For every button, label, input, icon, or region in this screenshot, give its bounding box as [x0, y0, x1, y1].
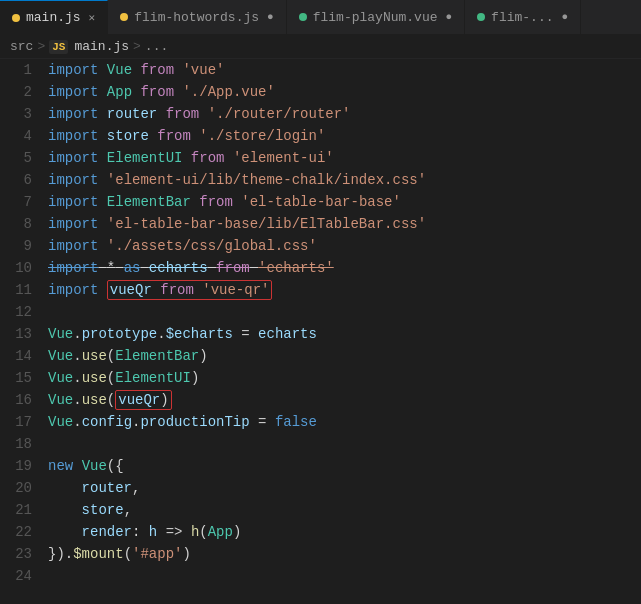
tab-main-js[interactable]: main.js ✕ [0, 0, 108, 34]
line-number: 11 [0, 279, 48, 301]
code-line: 1import Vue from 'vue' [0, 59, 641, 81]
line-number: 9 [0, 235, 48, 257]
code-line: 2import App from './App.vue' [0, 81, 641, 103]
line-content[interactable]: render: h => h(App) [48, 521, 641, 543]
code-editor: 1import Vue from 'vue'2import App from '… [0, 59, 641, 587]
line-content[interactable]: import router from './router/router' [48, 103, 641, 125]
tab-dot-flim [477, 13, 485, 21]
line-content[interactable]: Vue.config.productionTip = false [48, 411, 641, 433]
code-line: 23}).$mount('#app') [0, 543, 641, 565]
code-line: 15Vue.use(ElementUI) [0, 367, 641, 389]
line-number: 15 [0, 367, 48, 389]
line-content[interactable]: import store from './store/login' [48, 125, 641, 147]
code-line: 17Vue.config.productionTip = false [0, 411, 641, 433]
line-content[interactable]: Vue.prototype.$echarts = echarts [48, 323, 641, 345]
close-icon-hotwords[interactable]: ● [267, 11, 274, 23]
tab-label-hotwords: flim-hotwords.js [134, 10, 259, 25]
code-line: 4import store from './store/login' [0, 125, 641, 147]
tab-bar: main.js ✕ flim-hotwords.js ● flim-playNu… [0, 0, 641, 35]
line-content[interactable]: import ElementUI from 'element-ui' [48, 147, 641, 169]
line-number: 16 [0, 389, 48, 411]
code-line: 3import router from './router/router' [0, 103, 641, 125]
line-number: 1 [0, 59, 48, 81]
tab-dot-hotwords [120, 13, 128, 21]
breadcrumb-sep1: > [37, 39, 45, 54]
line-number: 22 [0, 521, 48, 543]
tab-label-flim: flim-... [491, 10, 553, 25]
line-number: 12 [0, 301, 48, 323]
tab-label-playnum: flim-playNum.vue [313, 10, 438, 25]
line-content[interactable]: Vue.use(vueQr) [48, 389, 641, 411]
line-content[interactable]: import vueQr from 'vue-qr' [48, 279, 641, 301]
line-number: 17 [0, 411, 48, 433]
tab-label-main-js: main.js [26, 10, 81, 25]
js-file-icon: JS [49, 40, 68, 54]
line-number: 13 [0, 323, 48, 345]
code-line: 5import ElementUI from 'element-ui' [0, 147, 641, 169]
close-icon-flim[interactable]: ● [562, 11, 569, 23]
code-line: 6import 'element-ui/lib/theme-chalk/inde… [0, 169, 641, 191]
line-number: 4 [0, 125, 48, 147]
breadcrumb-src: src [10, 39, 33, 54]
line-content[interactable]: }).$mount('#app') [48, 543, 641, 565]
line-number: 2 [0, 81, 48, 103]
line-number: 5 [0, 147, 48, 169]
line-number: 3 [0, 103, 48, 125]
line-number: 14 [0, 345, 48, 367]
line-content[interactable]: import * as echarts from 'echarts' [48, 257, 641, 279]
tab-hotwords-js[interactable]: flim-hotwords.js ● [108, 0, 286, 34]
tab-dot-main-js [12, 14, 20, 22]
code-line: 9import './assets/css/global.css' [0, 235, 641, 257]
line-number: 20 [0, 477, 48, 499]
code-line: 20 router, [0, 477, 641, 499]
line-content[interactable]: Vue.use(ElementUI) [48, 367, 641, 389]
breadcrumb-trail: ... [145, 39, 168, 54]
code-line: 10import * as echarts from 'echarts' [0, 257, 641, 279]
line-number: 18 [0, 433, 48, 455]
code-line: 8import 'el-table-bar-base/lib/ElTableBa… [0, 213, 641, 235]
line-content[interactable]: router, [48, 477, 641, 499]
line-number: 24 [0, 565, 48, 587]
breadcrumb-sep2: > [133, 39, 141, 54]
line-content[interactable]: import 'el-table-bar-base/lib/ElTableBar… [48, 213, 641, 235]
code-line: 14Vue.use(ElementBar) [0, 345, 641, 367]
code-line: 21 store, [0, 499, 641, 521]
close-icon-playnum[interactable]: ● [446, 11, 453, 23]
line-number: 7 [0, 191, 48, 213]
code-line: 16Vue.use(vueQr) [0, 389, 641, 411]
code-line: 11import vueQr from 'vue-qr' [0, 279, 641, 301]
breadcrumb-file[interactable]: main.js [74, 39, 129, 54]
code-line: 7import ElementBar from 'el-table-bar-ba… [0, 191, 641, 213]
line-number: 8 [0, 213, 48, 235]
code-line: 19new Vue({ [0, 455, 641, 477]
line-number: 10 [0, 257, 48, 279]
line-content[interactable]: import 'element-ui/lib/theme-chalk/index… [48, 169, 641, 191]
line-content[interactable]: import App from './App.vue' [48, 81, 641, 103]
tab-dot-playnum [299, 13, 307, 21]
code-line: 12 [0, 301, 641, 323]
breadcrumb: src > JS main.js > ... [0, 35, 641, 59]
tab-playnum-vue[interactable]: flim-playNum.vue ● [287, 0, 465, 34]
line-content[interactable]: Vue.use(ElementBar) [48, 345, 641, 367]
code-line: 18 [0, 433, 641, 455]
line-number: 6 [0, 169, 48, 191]
line-content[interactable]: import Vue from 'vue' [48, 59, 641, 81]
line-content[interactable]: store, [48, 499, 641, 521]
line-content[interactable]: import ElementBar from 'el-table-bar-bas… [48, 191, 641, 213]
line-number: 21 [0, 499, 48, 521]
line-number: 19 [0, 455, 48, 477]
code-line: 22 render: h => h(App) [0, 521, 641, 543]
line-content[interactable]: import './assets/css/global.css' [48, 235, 641, 257]
tab-flim-vue[interactable]: flim-... ● [465, 0, 581, 34]
line-number: 23 [0, 543, 48, 565]
code-line: 24 [0, 565, 641, 587]
close-icon-main-js[interactable]: ✕ [89, 11, 96, 24]
code-line: 13Vue.prototype.$echarts = echarts [0, 323, 641, 345]
line-content[interactable]: new Vue({ [48, 455, 641, 477]
